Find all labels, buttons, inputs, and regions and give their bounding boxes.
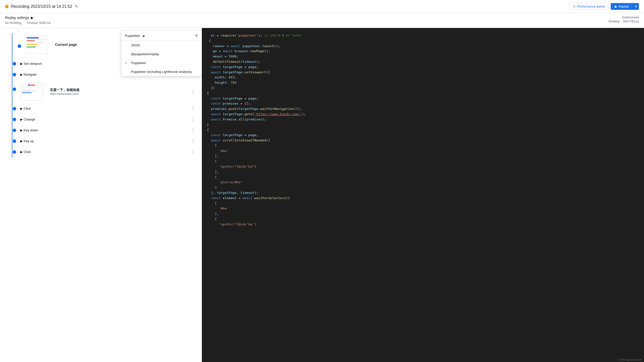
dropdown-selected-value[interactable]: Puppeteer ▲ — [125, 34, 145, 38]
timeline-click-2: ▶ Click ⋮ — [13, 146, 202, 157]
timeline-key-up: ▶ Key up ⋮ — [13, 136, 202, 146]
performance-panel-icon: ⬡ — [573, 5, 576, 8]
code-line-24: await scrollIntoViewIfNeeded([ — [207, 138, 639, 143]
code-line-36: [ — [207, 201, 639, 206]
code-line-18: await targetPage.goto('https://www.baidu… — [207, 112, 639, 117]
settings-bar: Replay settings ▶ No throttling Timeout:… — [0, 13, 644, 28]
code-line-12: }) — [207, 85, 639, 91]
code-line-39: [ — [207, 217, 639, 222]
code-line-6: defaultTimeout(timeout); — [207, 59, 639, 65]
timeline-click-1: ▶ Click ⋮ — [13, 103, 202, 114]
settings-right: Environment Desktop 663×783 px — [609, 16, 639, 23]
current-page-title: Current page — [55, 43, 77, 47]
code-line-27: ], — [207, 154, 639, 159]
edit-icon[interactable]: ✎ — [75, 4, 78, 9]
code-line-31: [ — [207, 175, 639, 180]
recording-title: Recording 2023/10/15 at 14:21:52 — [11, 4, 72, 9]
dropdown-option-puppeteer-lighthouse[interactable]: Puppeteer (including Lighthouse analysis… — [121, 67, 202, 76]
environment-value: Desktop 663×783 px — [609, 20, 639, 23]
dropdown-option-json[interactable]: JSON — [121, 41, 202, 50]
click-1-label: ▶ Click — [20, 107, 31, 110]
code-line-10: width: 663, — [207, 75, 639, 80]
replay-main-button[interactable]: ▶ Replay — [611, 3, 633, 10]
settings-expand-icon: ▶ — [31, 16, 34, 20]
change-label: ▶ Change — [20, 117, 35, 121]
change-menu-button[interactable]: ⋮ — [190, 116, 197, 122]
code-panel: er = require('puppeteer'); // v13.0.0 or… — [202, 28, 644, 362]
key-up-label: ▶ Key up — [20, 139, 34, 143]
code-line-1: er = require('puppeteer'); // v13.0.0 or… — [207, 33, 639, 38]
env-size: 663×783 px — [623, 20, 639, 23]
code-line-26: '#kw' — [207, 148, 639, 154]
code-line-19: await Promise.all(promises); — [207, 117, 639, 122]
key-down-label: ▶ Key down — [20, 128, 38, 132]
code-line-4: ge = await browser.newPage(); — [207, 49, 639, 54]
timeline-dot-change — [13, 118, 16, 121]
code-line-2: { — [207, 38, 639, 44]
code-line-38: ], — [207, 211, 639, 217]
code-line-25: [ — [207, 143, 639, 148]
main-content: Current page ▶ Set viewport ⋮ ▶ Navigate… — [0, 28, 644, 362]
code-line-15: const targetPage = page; — [207, 96, 639, 101]
timeline-dot-key-down — [13, 129, 16, 132]
timeline-change: ▶ Change ⋮ — [13, 114, 202, 125]
key-down-menu-button[interactable]: ⋮ — [190, 127, 197, 133]
timeline-baidu-page: Baidu 百度一下，你就知道 htt — [13, 80, 202, 103]
dropdown-option-json-label: JSON — [131, 43, 140, 47]
navigate-label: ▶ Navigate — [20, 73, 37, 76]
code-line-9: await targetPage.setViewport({ — [207, 70, 639, 75]
timeline-dot-current-page — [18, 44, 21, 48]
baidu-page-url: https://www.baidu.com/ — [50, 92, 79, 95]
code-line-21: { — [207, 127, 639, 133]
performance-panel-button[interactable]: ⬡ Performance panel — [569, 3, 609, 10]
click-1-content: ▶ Click ⋮ — [20, 106, 197, 111]
code-line-37: '#kw' — [207, 206, 639, 211]
timeline-dot-baidu — [13, 87, 16, 91]
dropdown-header: Puppeteer ▲ ✕ — [121, 31, 202, 41]
code-line-40: 'xpath//*[@id="kw"]' — [207, 222, 639, 227]
dropdown-option-puppeteer-lighthouse-label: Puppeteer (including Lighthouse analysis… — [131, 70, 192, 74]
code-line-28: [ — [207, 159, 639, 164]
code-line-33: ] — [207, 185, 639, 190]
dropdown-option-puppeteer[interactable]: Puppeteer — [121, 58, 202, 67]
key-up-menu-button[interactable]: ⋮ — [190, 138, 197, 144]
code-line-8: const targetPage = page; — [207, 65, 639, 70]
environment-label: Environment — [609, 16, 639, 19]
current-page-thumbnail — [25, 36, 48, 54]
baidu-page-title: 百度一下，你就知道 — [50, 88, 79, 92]
code-line-13: { — [207, 91, 639, 96]
timeline-dot-click-1 — [13, 107, 16, 110]
code-line-17: promises.push(targetPage.waitForNavigati… — [207, 106, 639, 112]
click-1-menu-button[interactable]: ⋮ — [190, 106, 197, 111]
dropdown-option-puppeteer-replay[interactable]: @puppeteer/replay — [121, 50, 202, 58]
code-line-23: const targetPage = page; — [207, 133, 639, 138]
header-left: Recording 2023/10/15 at 14:21:52 ✎ — [5, 4, 78, 9]
baidu-page-menu-button[interactable]: ⋮ — [190, 89, 197, 95]
code-line-5: meout = 5000; — [207, 54, 639, 59]
chevron-up-icon: ▲ — [142, 34, 145, 38]
performance-panel-label: Performance panel — [577, 5, 605, 8]
replay-button-group: ▶ Replay ▾ — [611, 3, 639, 10]
key-down-content: ▶ Key down ⋮ — [20, 127, 197, 133]
timeline-dot-set-viewport — [13, 62, 16, 66]
dropdown-option-puppeteer-label: Puppeteer — [131, 61, 146, 65]
recording-status-dot — [5, 5, 9, 8]
code-line-29: 'xpath//*[@id="kw"]' — [207, 164, 639, 169]
timeline-dot-navigate — [13, 73, 16, 76]
top-header: Recording 2023/10/15 at 14:21:52 ✎ ⬡ Per… — [0, 0, 644, 13]
code-line-35: const element = await waitForSelectors([ — [207, 196, 639, 201]
baidu-thumbnail: Baidu — [20, 82, 43, 101]
click-2-label: ▶ Click — [20, 150, 31, 154]
dropdown-close-button[interactable]: ✕ — [195, 33, 198, 38]
click-2-menu-button[interactable]: ⋮ — [190, 149, 197, 155]
code-line-3: rowser = await puppeteer.launch(); — [207, 44, 639, 49]
replay-settings-title[interactable]: Replay settings ▶ — [5, 16, 53, 20]
replay-chevron-down-icon: ▾ — [635, 5, 637, 8]
code-line-30: ], — [207, 169, 639, 175]
timeout-value: Timeout: 5000 ms — [24, 21, 53, 25]
replay-dropdown-button[interactable]: ▾ — [633, 3, 639, 10]
watermark: CSDN @simon159 — [618, 358, 641, 362]
export-format-dropdown: Puppeteer ▲ ✕ JSON @puppeteer/replay Pup… — [121, 31, 202, 76]
click-2-content: ▶ Click ⋮ — [20, 149, 197, 155]
left-panel: Current page ▶ Set viewport ⋮ ▶ Navigate… — [0, 28, 202, 362]
